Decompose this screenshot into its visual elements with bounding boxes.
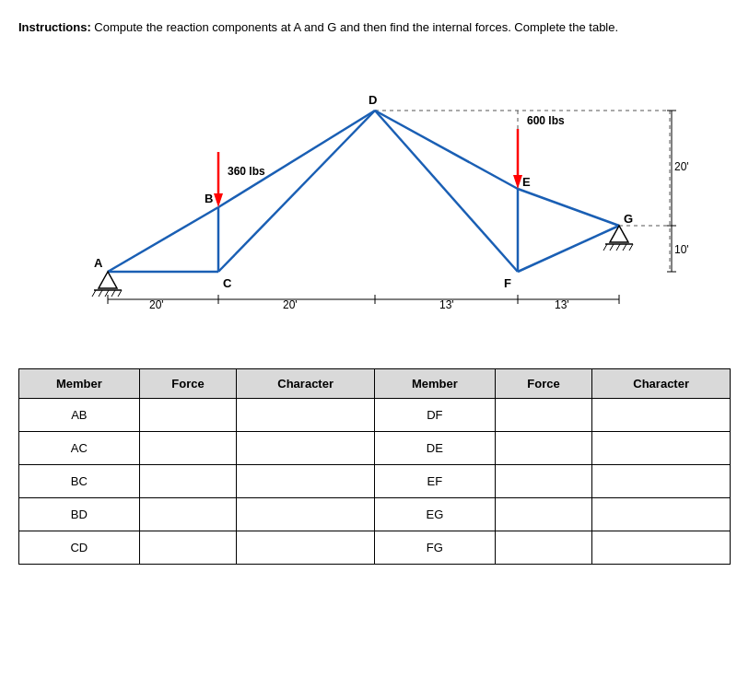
svg-marker-19 [99, 272, 117, 288]
table-cell-2-2[interactable] [237, 464, 375, 497]
svg-line-32 [629, 244, 633, 251]
svg-text:D: D [369, 93, 377, 107]
svg-line-9 [218, 111, 375, 272]
table-row: BDEG [19, 497, 731, 531]
table-cell-3-1[interactable] [139, 497, 237, 531]
svg-text:B: B [205, 192, 213, 205]
table-cell-1-1[interactable] [139, 431, 237, 464]
col-header-force1: Force [139, 368, 237, 398]
svg-line-22 [99, 290, 102, 297]
table-row: CDFG [19, 531, 731, 564]
svg-text:C: C [223, 276, 232, 290]
table-cell-4-0: CD [19, 531, 140, 564]
col-header-char1: Character [237, 368, 375, 398]
col-header-member2: Member [374, 368, 495, 398]
table-cell-3-5[interactable] [592, 497, 731, 531]
table-cell-0-2[interactable] [237, 398, 375, 431]
svg-line-10 [375, 111, 518, 189]
table-cell-0-3: DF [374, 398, 495, 431]
svg-line-11 [375, 111, 518, 272]
svg-text:10': 10' [674, 243, 689, 256]
svg-line-21 [92, 290, 96, 297]
table-cell-4-3: FG [374, 531, 495, 564]
table-cell-1-5[interactable] [592, 431, 731, 464]
diagram: A B C D E F G 360 lbs 600 lbs 20' 20' 13… [29, 46, 720, 350]
svg-line-30 [616, 244, 620, 251]
table-cell-0-1[interactable] [139, 398, 237, 431]
svg-line-14 [518, 226, 619, 272]
svg-line-5 [108, 207, 218, 272]
table-cell-1-4[interactable] [495, 431, 592, 464]
table-row: BCEF [19, 464, 731, 497]
table-cell-2-1[interactable] [139, 464, 237, 497]
col-header-force2: Force [495, 368, 592, 398]
col-header-char2: Character [592, 368, 731, 398]
table-cell-1-2[interactable] [237, 431, 375, 464]
table-cell-3-0: BD [19, 497, 140, 531]
table-cell-0-4[interactable] [495, 398, 592, 431]
table-cell-2-4[interactable] [495, 464, 592, 497]
table-cell-1-3: DE [374, 431, 495, 464]
table-cell-3-2[interactable] [237, 497, 375, 531]
table-cell-4-4[interactable] [495, 531, 592, 564]
svg-text:20': 20' [674, 160, 689, 173]
table-row: ACDE [19, 431, 731, 464]
svg-line-13 [518, 189, 619, 226]
table-cell-1-0: AC [19, 431, 140, 464]
svg-line-31 [623, 244, 626, 251]
table-cell-2-5[interactable] [592, 464, 731, 497]
svg-text:G: G [624, 212, 633, 226]
table-cell-3-4[interactable] [495, 497, 592, 531]
svg-text:20': 20' [283, 298, 298, 311]
table-row: ABDF [19, 398, 731, 431]
table-cell-3-3: EG [374, 497, 495, 531]
svg-text:13': 13' [439, 298, 454, 311]
instructions: Instructions: Compute the reaction compo… [18, 18, 731, 37]
table-cell-4-2[interactable] [237, 531, 375, 564]
svg-text:13': 13' [555, 298, 569, 311]
table-cell-0-0: AB [19, 398, 140, 431]
col-header-member1: Member [19, 368, 140, 398]
table-cell-4-5[interactable] [592, 531, 731, 564]
svg-line-28 [603, 244, 607, 251]
results-table: Member Force Character Member Force Char… [18, 368, 731, 565]
table-cell-0-5[interactable] [592, 398, 731, 431]
svg-text:600 lbs: 600 lbs [527, 114, 565, 127]
svg-text:360 lbs: 360 lbs [228, 165, 265, 178]
svg-line-25 [118, 290, 122, 297]
svg-text:E: E [522, 175, 531, 189]
svg-text:20': 20' [149, 298, 164, 311]
svg-line-24 [111, 290, 115, 297]
table-cell-2-3: EF [374, 464, 495, 497]
svg-text:F: F [504, 276, 511, 290]
table-cell-2-0: BC [19, 464, 140, 497]
svg-text:A: A [94, 256, 103, 270]
svg-line-29 [610, 244, 614, 251]
table-section: Member Force Character Member Force Char… [18, 368, 731, 565]
table-cell-4-1[interactable] [139, 531, 237, 564]
